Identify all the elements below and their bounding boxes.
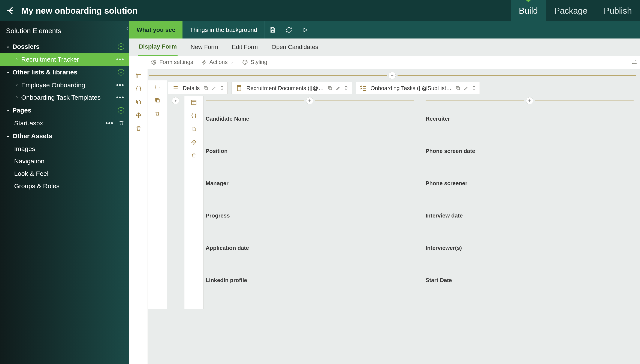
sidebar-item-groups-roles[interactable]: Groups & Roles xyxy=(0,180,129,192)
add-column-plus-icon[interactable]: + xyxy=(172,97,179,104)
braces-icon[interactable] xyxy=(190,112,197,119)
field-phone-screen-date[interactable]: Phone screen date xyxy=(425,148,633,154)
toolbar-form-settings[interactable]: Form settings xyxy=(151,59,193,66)
add-dossier-icon[interactable]: + xyxy=(118,44,124,50)
block-tab-onboarding-tasks[interactable]: Onboarding Tasks ([[@SubList… xyxy=(356,82,480,94)
plus-icon[interactable]: + xyxy=(306,97,313,104)
edit-icon[interactable] xyxy=(336,86,341,90)
more-icon[interactable]: ••• xyxy=(116,82,124,89)
add-field-divider[interactable]: + xyxy=(206,97,413,104)
sidebar-item-onboarding-task-templates[interactable]: ⌄ Onboarding Task Templates ••• xyxy=(0,91,129,104)
svg-rect-12 xyxy=(193,128,196,131)
svg-rect-7 xyxy=(205,87,207,90)
toolbar-form-settings-label: Form settings xyxy=(159,59,193,66)
top-tab-publish[interactable]: Publish xyxy=(596,0,640,22)
section-other-assets[interactable]: ⌄ Other Assets xyxy=(0,130,129,143)
section-other-lists-label: Other lists & libraries xyxy=(13,69,77,76)
layout-icon[interactable] xyxy=(135,72,142,79)
field-linkedin[interactable]: LinkedIn profile xyxy=(206,277,413,284)
sidebar-title: Solution Elements xyxy=(0,22,129,40)
section-other-lists[interactable]: ⌄ Other lists & libraries + xyxy=(0,66,129,79)
plus-icon[interactable]: + xyxy=(526,97,533,104)
block-tab-recruitment-docs[interactable]: Recruitment Documents ([[@… xyxy=(232,82,352,94)
section-other-assets-label: Other Assets xyxy=(13,132,52,140)
chevron-right-icon: ⌄ xyxy=(14,57,19,61)
more-icon[interactable]: ••• xyxy=(116,56,124,63)
field-position[interactable]: Position xyxy=(206,148,413,154)
move-icon[interactable] xyxy=(135,112,142,119)
delete-icon[interactable] xyxy=(190,152,197,159)
copy-icon[interactable] xyxy=(456,86,460,90)
sidebar-item-images[interactable]: Images xyxy=(0,143,129,155)
toolbar-styling[interactable]: Styling xyxy=(242,59,267,66)
back-button[interactable] xyxy=(0,6,22,16)
braces-icon[interactable] xyxy=(154,84,161,91)
chevron-down-icon: ⌄ xyxy=(6,133,10,138)
copy-icon[interactable] xyxy=(154,97,161,104)
field-phone-screener[interactable]: Phone screener xyxy=(425,180,633,187)
chevron-down-icon: ⌄ xyxy=(6,69,10,75)
section-dossiers[interactable]: ⌄ Dossiers + xyxy=(0,40,129,53)
sidebar-item-look-feel[interactable]: Look & Feel xyxy=(0,168,129,180)
field-manager[interactable]: Manager xyxy=(206,180,413,187)
edit-icon[interactable] xyxy=(464,86,469,90)
sidebar-item-label: Start.aspx xyxy=(14,120,43,127)
edit-icon[interactable] xyxy=(211,86,216,90)
field-interviewers[interactable]: Interviewer(s) xyxy=(425,245,633,251)
copy-icon[interactable] xyxy=(190,125,197,132)
add-page-icon[interactable]: + xyxy=(118,107,124,114)
section-pages[interactable]: ⌄ Pages + xyxy=(0,104,129,117)
swap-icon[interactable] xyxy=(630,59,637,66)
top-tab-build[interactable]: Build xyxy=(511,0,546,22)
layout-icon[interactable] xyxy=(190,99,197,106)
chevron-down-icon: ⌄ xyxy=(6,44,10,49)
chevron-right-icon: ⌄ xyxy=(14,83,19,86)
field-interview-date[interactable]: Interview date xyxy=(425,212,633,219)
more-icon[interactable]: ••• xyxy=(105,120,114,127)
outer-rail xyxy=(129,69,148,364)
refresh-icon[interactable] xyxy=(281,22,297,38)
chevron-down-icon: ⌄ xyxy=(230,60,234,64)
delete-icon[interactable] xyxy=(154,110,161,117)
field-candidate-name[interactable]: Candidate Name xyxy=(206,116,413,122)
form-tab-edit[interactable]: Edit Form xyxy=(231,39,259,55)
form-tab-display[interactable]: Display Form xyxy=(138,38,177,56)
play-icon[interactable] xyxy=(297,22,313,38)
add-section-divider[interactable]: + xyxy=(149,72,636,79)
delete-icon[interactable] xyxy=(220,86,224,90)
delete-icon[interactable] xyxy=(119,120,124,126)
field-recruiter[interactable]: Recruiter xyxy=(425,116,633,122)
delete-icon[interactable] xyxy=(135,125,142,132)
add-field-divider[interactable]: + xyxy=(425,97,633,104)
delete-icon[interactable] xyxy=(472,86,476,90)
copy-icon[interactable] xyxy=(135,98,142,106)
save-icon[interactable] xyxy=(265,22,281,38)
field-application-date[interactable]: Application date xyxy=(206,245,413,251)
sidebar-item-employee-onboarding[interactable]: ⌄ Employee Onboarding ••• xyxy=(0,79,129,91)
chevron-down-icon: ⌄ xyxy=(6,107,10,113)
chevron-right-icon: ⌄ xyxy=(14,96,19,99)
copy-icon[interactable] xyxy=(203,86,208,90)
delete-icon[interactable] xyxy=(344,86,348,90)
sidebar-item-recruitment-tracker[interactable]: ⌄ Recruitment Tracker ••• xyxy=(0,53,129,66)
field-progress[interactable]: Progress xyxy=(206,212,413,219)
form-tab-open-candidates[interactable]: Open Candidates xyxy=(271,39,319,55)
green-tab-background[interactable]: Things in the background xyxy=(182,22,264,38)
more-icon[interactable]: ••• xyxy=(116,94,124,101)
braces-icon[interactable] xyxy=(135,85,142,92)
plus-icon[interactable]: + xyxy=(388,72,396,79)
form-tab-new[interactable]: New Form xyxy=(189,39,219,55)
toolbar-actions[interactable]: Actions ⌄ xyxy=(202,59,234,66)
move-icon[interactable] xyxy=(190,138,197,146)
field-start-date[interactable]: Start Date xyxy=(425,277,633,284)
block-tab-details[interactable]: Details xyxy=(168,82,228,94)
copy-icon[interactable] xyxy=(328,86,332,90)
sidebar-item-start-aspx[interactable]: Start.aspx ••• xyxy=(0,117,129,130)
collapse-sidebar-icon[interactable]: ‹ xyxy=(126,25,128,31)
top-tab-package[interactable]: Package xyxy=(546,0,596,22)
add-list-icon[interactable]: + xyxy=(118,69,124,76)
svg-rect-5 xyxy=(137,101,140,104)
sidebar-item-navigation[interactable]: Navigation xyxy=(0,155,129,168)
green-tab-what-you-see[interactable]: What you see xyxy=(129,22,182,38)
sidebar-item-label: Navigation xyxy=(14,158,45,165)
